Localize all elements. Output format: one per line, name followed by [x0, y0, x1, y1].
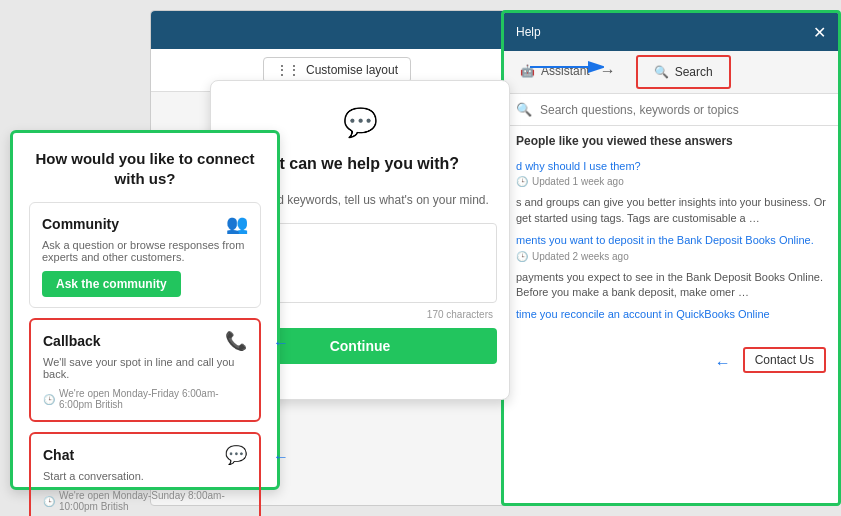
chat-header: Chat 💬: [43, 444, 247, 466]
community-card: Community 👥 Ask a question or browse res…: [29, 202, 261, 308]
chat-title: Chat: [43, 447, 74, 463]
community-desc: Ask a question or browse responses from …: [42, 239, 248, 263]
answer-snippet-1: payments you expect to see in the Bank D…: [516, 270, 826, 301]
chat-hours: 🕒 We're open Monday-Sunday 8:00am-10:00p…: [43, 490, 247, 512]
answer-link-2[interactable]: time you reconcile an account in QuickBo…: [516, 308, 770, 320]
people-section: People like you viewed these answers d w…: [504, 126, 838, 387]
answer-link-0[interactable]: d why should I use them?: [516, 160, 641, 172]
callback-hours: 🕒 We're open Monday-Friday 6:00am-6:00pm…: [43, 388, 247, 410]
ask-community-button[interactable]: Ask the community: [42, 271, 181, 297]
callback-title: Callback: [43, 333, 101, 349]
chat-arrow: ←: [273, 448, 289, 466]
customise-icon: ⋮⋮: [276, 63, 300, 77]
chat-question: hat can we help you with?: [261, 155, 459, 173]
arrow-right-icon: →: [600, 62, 616, 80]
help-title: Help: [516, 25, 541, 39]
search-input[interactable]: [540, 103, 826, 117]
clock-icon-1: 🕒: [516, 251, 528, 262]
connect-title: How would you like to connect with us?: [29, 149, 261, 188]
help-close-button[interactable]: ✕: [813, 23, 826, 42]
answer-meta-1: 🕒 Updated 2 weeks ago: [516, 251, 826, 262]
arrow-left-icon: ←: [715, 354, 731, 372]
clock-icon-callback: 🕒: [43, 394, 55, 405]
search-field-icon: 🔍: [516, 102, 532, 117]
community-icon: 👥: [226, 213, 248, 235]
community-title: Community: [42, 216, 119, 232]
help-sidebar: Help ✕ 🤖 Assistant → 🔍 Search 🔍 People l…: [501, 10, 841, 506]
phone-icon: 📞: [225, 330, 247, 352]
help-sidebar-header: Help ✕: [504, 13, 838, 51]
chat-desc: Start a conversation.: [43, 470, 247, 482]
community-header: Community 👥: [42, 213, 248, 235]
contact-us-button[interactable]: Contact Us: [743, 347, 826, 373]
callback-header: Callback 📞: [43, 330, 247, 352]
answer-meta-0: 🕒 Updated 1 week ago: [516, 176, 826, 187]
callback-card: Callback 📞 We'll save your spot in line …: [29, 318, 261, 422]
connect-panel: How would you like to connect with us? C…: [10, 130, 280, 490]
search-tab-icon: 🔍: [654, 65, 669, 79]
tab-search[interactable]: 🔍 Search: [636, 55, 731, 89]
search-box: 🔍: [504, 94, 838, 126]
clock-icon-0: 🕒: [516, 176, 528, 187]
assistant-icon: 🤖: [520, 64, 535, 78]
answer-link-1[interactable]: ments you want to deposit in the Bank De…: [516, 234, 814, 246]
callback-arrow: ←: [273, 334, 289, 352]
clock-icon-chat: 🕒: [43, 496, 55, 507]
help-tabs: 🤖 Assistant → 🔍 Search: [504, 51, 838, 94]
tab-assistant[interactable]: 🤖 Assistant →: [504, 51, 632, 93]
chat-card: Chat 💬 Start a conversation. 🕒 We're ope…: [29, 432, 261, 516]
section-title: People like you viewed these answers: [516, 134, 826, 148]
callback-desc: We'll save your spot in line and call yo…: [43, 356, 247, 380]
chat-big-icon: 💬: [335, 97, 385, 147]
chat-option-icon: 💬: [225, 444, 247, 466]
answer-snippet-0: s and groups can give you better insight…: [516, 195, 826, 226]
